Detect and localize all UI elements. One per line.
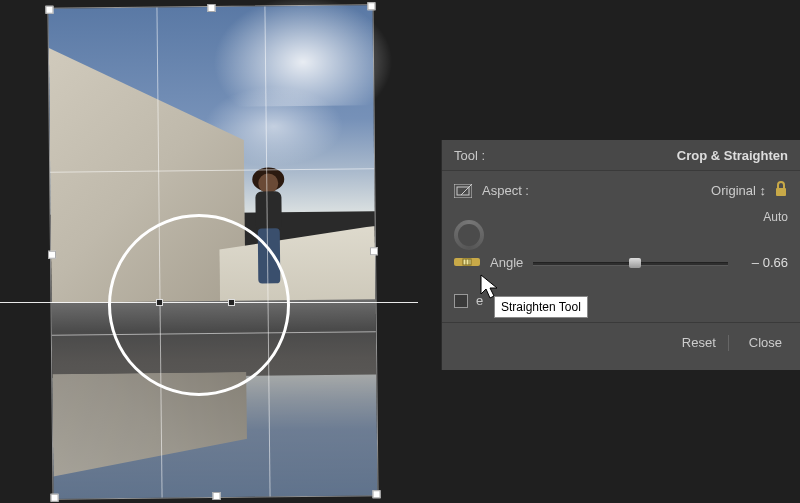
- crop-handle[interactable]: [51, 494, 59, 502]
- tool-name: Crop & Straighten: [677, 148, 788, 163]
- aspect-value: Original: [711, 183, 756, 198]
- crop-straighten-panel: Tool : Crop & Straighten Aspect : Origin…: [441, 140, 800, 370]
- crop-handle[interactable]: [48, 251, 56, 259]
- tool-label: Tool :: [454, 148, 485, 163]
- panel-header: Tool : Crop & Straighten: [442, 140, 800, 171]
- constrain-checkbox[interactable]: [454, 294, 468, 308]
- crop-handle[interactable]: [373, 490, 381, 498]
- reset-button[interactable]: Reset: [676, 333, 722, 352]
- angle-value[interactable]: – 0.66: [738, 255, 788, 270]
- lock-icon[interactable]: [766, 181, 788, 200]
- crop-handle[interactable]: [367, 2, 375, 10]
- aspect-label: Aspect :: [482, 183, 711, 198]
- crop-canvas[interactable]: [47, 4, 378, 499]
- panel-footer: Reset Close: [442, 322, 800, 362]
- angle-slider[interactable]: [533, 256, 728, 270]
- crop-handle[interactable]: [207, 4, 215, 12]
- crop-handle[interactable]: [213, 492, 221, 500]
- photo-reflection: [52, 309, 378, 499]
- footer-separator: [728, 335, 729, 351]
- angle-dial-icon[interactable]: [454, 220, 484, 250]
- auto-angle-button[interactable]: Auto: [763, 210, 788, 224]
- aspect-row: Aspect : Original ↕: [442, 171, 800, 210]
- crop-aspect-icon[interactable]: [454, 184, 472, 198]
- svg-rect-3: [776, 188, 786, 196]
- crop-handle[interactable]: [45, 6, 53, 14]
- svg-line-2: [461, 184, 472, 195]
- crop-handle[interactable]: [370, 247, 378, 255]
- straighten-tool-tooltip: Straighten Tool: [494, 296, 588, 318]
- straighten-level-icon[interactable]: [454, 254, 490, 271]
- dial-row: Auto: [442, 210, 800, 250]
- angle-label: Angle: [490, 255, 523, 270]
- photo-person: [245, 173, 296, 304]
- close-button[interactable]: Close: [743, 333, 788, 352]
- svg-rect-5: [463, 259, 471, 265]
- slider-thumb[interactable]: [629, 258, 641, 268]
- aspect-dropdown[interactable]: Original ↕: [711, 183, 766, 198]
